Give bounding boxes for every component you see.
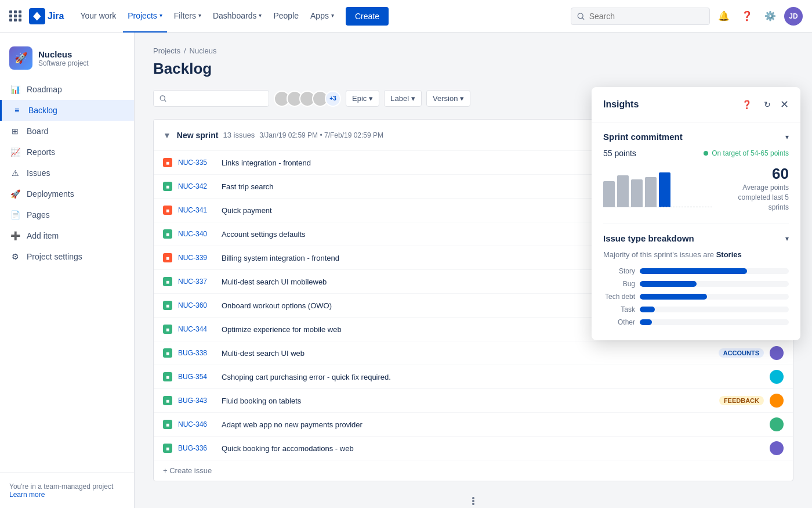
table-row[interactable]: ■ BUG-354 Cshoping cart purchasing error… (154, 365, 793, 389)
sidebar-item-project-settings[interactable]: ⚙ Project settings (0, 246, 134, 267)
issue-type-icon: ■ (163, 182, 172, 191)
breakdown-row-task: Task (603, 305, 789, 314)
chart-bar-2 (617, 175, 629, 207)
nav-filters[interactable]: Filters ▾ (169, 0, 206, 33)
create-button[interactable]: Create (346, 7, 389, 26)
issue-type-icon: ■ (163, 396, 172, 405)
sidebar-item-issues[interactable]: ⚠ Issues (0, 163, 134, 183)
nav-dashboards[interactable]: Dashboards ▾ (208, 0, 267, 33)
issue-key[interactable]: NUC-342 (178, 182, 216, 190)
help-button[interactable]: ❓ (738, 7, 756, 26)
issue-key[interactable]: BUG-343 (178, 397, 216, 405)
nav-people[interactable]: People (269, 0, 303, 33)
issue-key[interactable]: NUC-346 (178, 420, 216, 428)
table-row[interactable]: ■ BUG-343 Fluid booking on tablets FEEDB… (154, 389, 793, 413)
breakdown-fill-bug (640, 281, 697, 287)
version-chevron-icon: ▾ (460, 94, 464, 103)
page-title: Backlog (153, 60, 793, 78)
search-box[interactable] (571, 8, 710, 25)
learn-more-link[interactable]: Learn more (9, 491, 45, 499)
project-info: Nucleus Software project (38, 49, 89, 67)
issue-key[interactable]: NUC-341 (178, 206, 216, 214)
issue-type-icon: ■ (163, 444, 172, 453)
issue-label: ACCOUNTS (719, 348, 764, 358)
insights-panel-header: Insights ❓ ↻ ✕ (592, 87, 800, 123)
issue-label (755, 376, 764, 378)
deployments-icon: 🚀 (9, 188, 21, 200)
breakdown-chevron-icon[interactable]: ▾ (785, 235, 789, 243)
sprint-name: New sprint (177, 131, 219, 140)
sidebar-item-reports[interactable]: 📈 Reports (0, 142, 134, 163)
table-row[interactable]: ■ BUG-336 Quick booking for accomodation… (154, 437, 793, 460)
insights-close-button[interactable]: ✕ (780, 99, 789, 110)
jira-logo[interactable]: Jira (29, 8, 64, 24)
sidebar-item-add-item[interactable]: ➕ Add item (0, 225, 134, 246)
avatar-extra[interactable]: +3 (325, 91, 341, 107)
breadcrumb-projects[interactable]: Projects (153, 46, 180, 55)
breakdown-track-bug (640, 281, 789, 287)
issue-summary: Quick booking for accomodations - web (222, 444, 749, 453)
breakdown-label-task: Task (603, 305, 635, 314)
chart-bar-1 (603, 181, 615, 207)
apps-grid-icon[interactable] (9, 10, 22, 21)
nav-your-work[interactable]: Your work (75, 0, 121, 33)
breakdown-fill-story (640, 268, 747, 274)
label-filter-button[interactable]: Label ▾ (384, 90, 422, 107)
issue-key[interactable]: BUG-338 (178, 349, 216, 357)
create-issue-button[interactable]: + Create issue (154, 460, 793, 481)
breakdown-title: Issue type breakdown (603, 233, 694, 243)
sidebar-item-pages[interactable]: 📄 Pages (0, 204, 134, 225)
divider-icon (467, 495, 479, 507)
table-row[interactable]: ■ NUC-346 Adapt web app no new payments … (154, 413, 793, 437)
version-filter-button[interactable]: Version ▾ (426, 90, 470, 107)
sidebar-item-roadmap[interactable]: 📊 Roadmap (0, 79, 134, 100)
dashed-line (603, 207, 712, 207)
insights-body: Sprint commitment ▾ 55 points On target … (592, 123, 800, 340)
insights-refresh-button[interactable]: ↻ (759, 96, 775, 113)
project-name: Nucleus (38, 49, 89, 59)
epic-filter-button[interactable]: Epic ▾ (346, 90, 379, 107)
issue-key[interactable]: NUC-344 (178, 325, 216, 333)
breakdown-row-bug: Bug (603, 280, 789, 288)
issue-key[interactable]: NUC-337 (178, 278, 216, 286)
issue-type-icon: ■ (163, 229, 172, 239)
issue-key[interactable]: NUC-339 (178, 254, 216, 262)
sprint-collapse-icon[interactable]: ▼ (163, 131, 171, 140)
issue-label (755, 447, 764, 449)
insights-help-button[interactable]: ❓ (738, 96, 755, 113)
roadmap-icon: 📊 (9, 84, 21, 95)
toolbar-search[interactable] (153, 90, 269, 107)
breakdown-row-techdebt: Tech debt (603, 293, 789, 301)
issue-key[interactable]: NUC-360 (178, 301, 216, 309)
sidebar-nav: 📊 Roadmap ≡ Backlog ⊞ Board 📈 Reports ⚠ … (0, 79, 134, 473)
issue-key[interactable]: NUC-340 (178, 230, 216, 238)
svg-point-0 (578, 13, 583, 18)
issue-key[interactable]: BUG-354 (178, 373, 216, 381)
settings-button[interactable]: ⚙️ (761, 7, 780, 26)
search-input[interactable] (589, 12, 704, 21)
add-icon: ➕ (9, 230, 21, 242)
nav-projects[interactable]: Projects ▾ (123, 0, 167, 33)
pages-icon: 📄 (9, 209, 21, 221)
section-divider[interactable] (153, 491, 793, 508)
breadcrumb: Projects / Nucleus (153, 46, 793, 55)
label-chevron-icon: ▾ (411, 94, 415, 103)
toolbar-search-input[interactable] (170, 94, 263, 103)
issue-key[interactable]: BUG-336 (178, 444, 216, 452)
user-avatar[interactable]: JD (784, 7, 803, 26)
issue-summary: Fluid booking on tablets (222, 397, 713, 405)
table-row[interactable]: ■ BUG-338 Multi-dest search UI web ACCOU… (154, 341, 793, 365)
avg-points-label: Average points completed last 5 sprints (719, 183, 789, 212)
sidebar-item-deployments[interactable]: 🚀 Deployments (0, 183, 134, 204)
settings-nav-icon: ⚙ (9, 251, 21, 262)
issue-key[interactable]: NUC-335 (178, 158, 216, 167)
nav-apps[interactable]: Apps ▾ (306, 0, 339, 33)
search-icon (577, 12, 585, 20)
insights-panel: Insights ❓ ↻ ✕ Sprint commitment ▾ 55 po… (592, 87, 800, 340)
sidebar-item-backlog[interactable]: ≡ Backlog (0, 100, 134, 121)
sidebar-item-board[interactable]: ⊞ Board (0, 121, 134, 142)
breadcrumb-nucleus[interactable]: Nucleus (190, 46, 217, 55)
notifications-button[interactable]: 🔔 (715, 7, 733, 26)
commitment-chevron-icon[interactable]: ▾ (785, 133, 789, 141)
issue-label (755, 423, 764, 426)
